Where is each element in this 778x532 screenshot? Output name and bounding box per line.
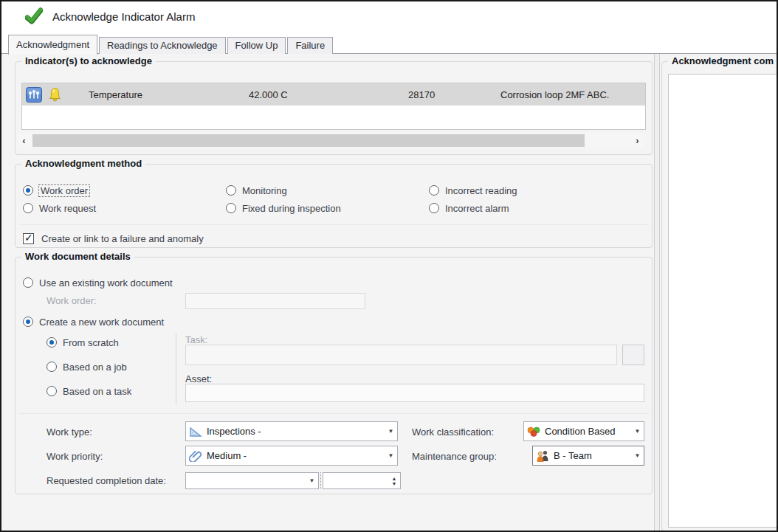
radio-fixed-during-inspection[interactable]: Fixed during inspection <box>226 201 341 215</box>
pane-splitter[interactable] <box>654 54 660 531</box>
checkbox-check-icon <box>23 233 34 244</box>
indicator-reading-id-cell: 28170 <box>408 89 500 100</box>
radio-create-new-work-document[interactable]: Create a new work document <box>23 314 164 329</box>
radio-dot <box>23 317 33 327</box>
radio-work-order[interactable]: Work order <box>23 183 89 198</box>
set-square-icon <box>189 426 202 438</box>
scroll-right-icon[interactable]: › <box>631 134 644 148</box>
alarm-bell-icon <box>49 87 61 102</box>
radio-dot <box>429 203 439 213</box>
hscrollbar-thumb[interactable] <box>32 134 585 147</box>
indicator-description-cell: Corrosion loop 2MF ABC. <box>500 89 645 100</box>
window-title: Acknowledge Indicator Alarm <box>52 10 195 23</box>
chevron-down-icon[interactable]: ▼ <box>306 473 318 488</box>
paperclip-icon <box>189 449 202 462</box>
combo-work-priority[interactable]: Medium - ▼ <box>185 446 398 466</box>
radio-work-request[interactable]: Work request <box>23 201 96 215</box>
requested-time-spinner[interactable]: ▲ ▼ <box>323 472 401 489</box>
tab-failure[interactable]: Failure <box>287 37 333 54</box>
requested-date-dropdown[interactable]: ▼ <box>185 472 319 489</box>
combo-maintenance-group[interactable]: B - Team ▼ <box>532 446 644 466</box>
radio-dot <box>23 185 33 196</box>
tab-acknowledgment[interactable]: Acknowledgment <box>8 35 97 55</box>
radio-monitoring[interactable]: Monitoring <box>226 183 287 198</box>
checkbox-create-failure-anomaly[interactable]: Create or link to a failure and anomaly <box>23 230 204 246</box>
radio-dot <box>226 203 236 213</box>
radio-incorrect-reading[interactable]: Incorrect reading <box>429 183 517 198</box>
green-check-icon <box>25 7 43 25</box>
radio-based-on-a-job[interactable]: Based on a job <box>47 359 127 374</box>
indicator-table: Temperature 42.000 C 28170 Corrosion loo… <box>21 83 646 130</box>
divider <box>18 224 649 225</box>
work-document-group-title: Work document details <box>21 251 134 262</box>
classification-balls-icon <box>527 426 540 438</box>
radio-incorrect-alarm[interactable]: Incorrect alarm <box>429 201 509 215</box>
title-bar: Acknowledge Indicator Alarm <box>1 1 777 31</box>
method-groupbox: Acknowledgment method Work order Work re… <box>15 164 653 248</box>
radio-dot <box>429 185 439 196</box>
combo-work-classification[interactable]: Condition Based ▼ <box>523 421 644 441</box>
indicators-groupbox: Indicator(s) to acknowledge <box>15 61 653 155</box>
radio-from-scratch[interactable]: From scratch <box>47 335 119 350</box>
work-type-label: Work type: <box>47 424 92 439</box>
indicators-group-title: Indicator(s) to acknowledge <box>21 55 156 66</box>
spinner-arrows[interactable]: ▲ ▼ <box>388 473 400 488</box>
radio-use-existing-work-document[interactable]: Use an existing work document <box>23 275 173 290</box>
acknowledge-indicator-alarm-window: Acknowledge Indicator Alarm Acknowledgme… <box>0 0 778 532</box>
work-order-input[interactable] <box>185 293 365 309</box>
indicator-table-hscrollbar[interactable]: ‹ › <box>18 134 644 148</box>
radio-dot <box>47 337 57 348</box>
acknowledgment-comments-textarea[interactable] <box>668 74 778 528</box>
indicator-value-cell: 42.000 C <box>249 89 408 100</box>
team-people-icon <box>536 449 549 463</box>
maintenance-group-label: Maintenance group: <box>412 449 497 463</box>
scroll-left-icon[interactable]: ‹ <box>18 134 30 148</box>
radio-based-on-a-task[interactable]: Based on a task <box>47 384 131 398</box>
chevron-down-icon[interactable]: ▼ <box>631 422 644 441</box>
chevron-down-icon[interactable]: ▼ <box>385 422 397 441</box>
radio-dot <box>23 203 33 213</box>
radio-dot <box>47 386 57 396</box>
radio-dot <box>47 362 57 372</box>
spinner-up-icon[interactable]: ▲ <box>392 476 397 481</box>
tab-readings-to-acknowledge[interactable]: Readings to Acknowledge <box>99 37 226 54</box>
work-document-groupbox: Work document details Use an existing wo… <box>15 257 653 494</box>
divider <box>176 334 176 405</box>
divider <box>320 472 321 489</box>
combo-work-type[interactable]: Inspections - ▼ <box>185 421 398 441</box>
work-order-label: Work order: <box>47 293 97 308</box>
tab-follow-up[interactable]: Follow Up <box>227 37 286 54</box>
work-classification-label: Work classification: <box>412 424 494 439</box>
tab-strip: Acknowledgment Readings to Acknowledge F… <box>8 34 334 54</box>
task-input[interactable] <box>185 345 617 365</box>
work-priority-label: Work priority: <box>47 449 103 463</box>
method-group-title: Acknowledgment method <box>21 158 145 169</box>
task-browse-button[interactable] <box>622 345 644 365</box>
divider <box>18 413 649 414</box>
radio-dot <box>226 185 236 196</box>
asset-input[interactable] <box>185 384 644 402</box>
tab-content-acknowledgment: Indicator(s) to acknowledge <box>1 53 777 531</box>
chevron-down-icon[interactable]: ▼ <box>385 446 397 465</box>
indicator-table-row[interactable]: Temperature 42.000 C 28170 Corrosion loo… <box>22 83 645 106</box>
spinner-down-icon[interactable]: ▼ <box>392 481 397 486</box>
acknowledgment-comments-groupbox: Acknowledgment com <box>661 61 778 531</box>
indicator-icon <box>26 87 42 103</box>
requested-completion-date-label: Requested completion date: <box>47 473 166 488</box>
chevron-down-icon[interactable]: ▼ <box>631 446 644 465</box>
radio-dot <box>23 277 33 288</box>
acknowledgment-comments-title: Acknowledgment com <box>668 55 777 66</box>
indicator-name-cell: Temperature <box>89 89 249 100</box>
